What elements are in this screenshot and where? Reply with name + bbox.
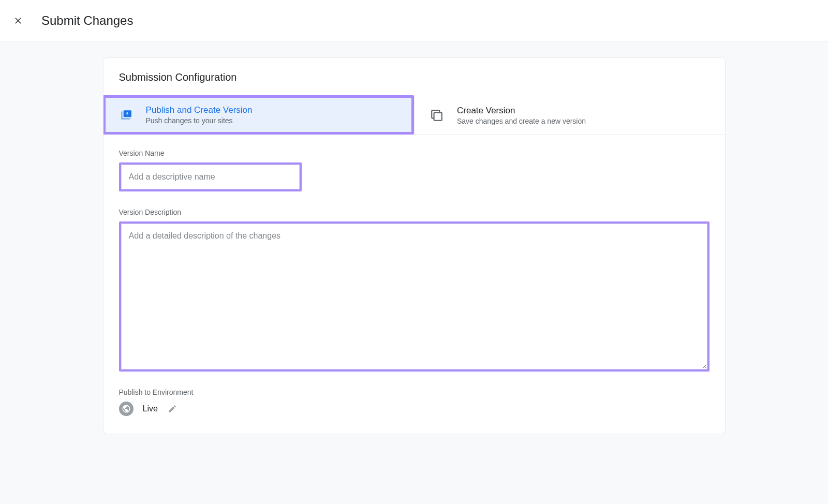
svg-rect-2 <box>434 112 442 120</box>
card-heading: Submission Configuration <box>103 58 725 96</box>
edit-environment-button[interactable] <box>167 404 178 414</box>
close-icon <box>13 16 23 26</box>
option-create-version[interactable]: Create Version Save changes and create a… <box>414 96 725 134</box>
options-row: Publish and Create Version Push changes … <box>103 96 725 135</box>
card-body: Version Name Version Description Publish… <box>103 135 725 434</box>
version-description-input[interactable] <box>121 224 707 369</box>
content-area: Submission Configuration Publish and Cre… <box>0 41 828 504</box>
globe-icon <box>119 402 134 416</box>
version-name-label: Version Name <box>119 149 709 157</box>
environment-value: Live <box>143 404 158 413</box>
version-name-highlight <box>119 162 302 191</box>
option-text: Create Version Save changes and create a… <box>457 106 586 125</box>
option-title: Publish and Create Version <box>146 105 253 115</box>
option-text: Publish and Create Version Push changes … <box>146 105 253 125</box>
option-title: Create Version <box>457 106 586 116</box>
pencil-icon <box>168 404 177 413</box>
environment-row: Live <box>119 402 709 416</box>
option-subtitle: Push changes to your sites <box>146 116 253 125</box>
page-title: Submit Changes <box>41 13 133 28</box>
submission-card: Submission Configuration Publish and Cre… <box>103 57 726 434</box>
create-version-icon <box>429 108 445 123</box>
version-description-highlight <box>119 221 709 372</box>
close-button[interactable] <box>11 14 25 27</box>
header: Submit Changes <box>0 0 828 41</box>
version-description-label: Version Description <box>119 208 709 216</box>
option-subtitle: Save changes and create a new version <box>457 117 586 125</box>
publish-environment-label: Publish to Environment <box>119 388 709 396</box>
publish-icon <box>118 107 134 123</box>
version-name-input[interactable] <box>121 165 300 189</box>
option-publish-and-create-version[interactable]: Publish and Create Version Push changes … <box>103 95 415 135</box>
